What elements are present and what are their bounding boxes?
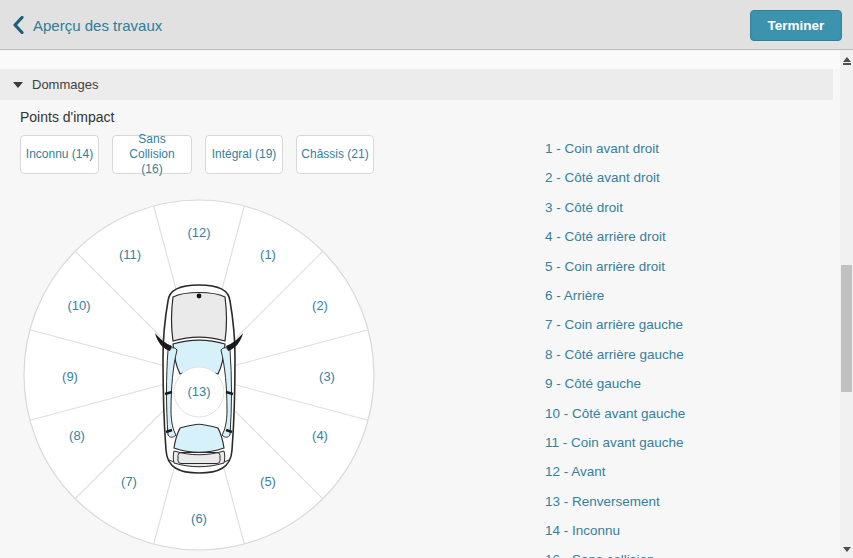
wheel-label-6[interactable]: (6) <box>191 511 207 526</box>
list-item-13[interactable]: 13 - Renversement <box>545 487 835 516</box>
wheel-label-12[interactable]: (12) <box>187 225 210 240</box>
wheel-label-10[interactable]: (10) <box>67 298 90 313</box>
list-item-3[interactable]: 3 - Côté droit <box>545 193 835 222</box>
impact-buttons-row: Inconnu (14) Sans Collision (16) Intégra… <box>20 135 374 174</box>
impact-button-sans-collision[interactable]: Sans Collision (16) <box>112 135 192 174</box>
list-item-9[interactable]: 9 - Côté gauche <box>545 369 835 398</box>
list-item-11[interactable]: 11 - Coin avant gauche <box>545 428 835 457</box>
wheel-label-1[interactable]: (1) <box>260 247 276 262</box>
wheel-label-5[interactable]: (5) <box>260 474 276 489</box>
list-item-6[interactable]: 6 - Arrière <box>545 281 835 310</box>
wheel-label-3[interactable]: (3) <box>319 369 335 384</box>
scroll-down-arrow-icon[interactable] <box>843 547 851 552</box>
list-item-16[interactable]: 16 - Sans collision <box>545 545 835 558</box>
car-hood-emblem <box>197 294 202 299</box>
points-impact-title: Points d'impact <box>20 109 115 125</box>
car-rear-window <box>174 424 224 452</box>
page-title: Aperçu des travaux <box>33 17 162 34</box>
impact-button-integral[interactable]: Intégral (19) <box>205 135 283 174</box>
wheel-label-4[interactable]: (4) <box>312 428 328 443</box>
wheel-label-11[interactable]: (11) <box>119 247 141 262</box>
caret-down-icon <box>13 82 23 88</box>
list-item-12[interactable]: 12 - Avant <box>545 457 835 486</box>
wheel-label-7[interactable]: (7) <box>121 474 137 489</box>
wheel-label-9[interactable]: (9) <box>62 369 78 384</box>
content-top-strip <box>0 51 840 69</box>
list-item-5[interactable]: 5 - Coin arrière droit <box>545 252 835 281</box>
top-bar: Aperçu des travaux Terminer <box>0 0 853 50</box>
scroll-up-arrow-icon[interactable] <box>842 57 851 65</box>
vertical-scrollbar[interactable] <box>840 50 853 558</box>
scrollbar-thumb[interactable] <box>841 265 852 392</box>
car-hood <box>172 293 227 342</box>
wheel-label-2[interactable]: (2) <box>312 298 328 313</box>
list-item-10[interactable]: 10 - Côté avant gauche <box>545 399 835 428</box>
list-item-14[interactable]: 14 - Inconnu <box>545 516 835 545</box>
list-item-8[interactable]: 8 - Côté arrière gauche <box>545 340 835 369</box>
impact-button-inconnu[interactable]: Inconnu (14) <box>20 135 99 174</box>
chevron-left-icon <box>13 16 24 34</box>
wheel-label-8[interactable]: (8) <box>69 428 85 443</box>
list-item-7[interactable]: 7 - Coin arrière gauche <box>545 310 835 339</box>
section-title: Dommages <box>32 77 98 92</box>
impact-button-chassis[interactable]: Châssis (21) <box>296 135 374 174</box>
impact-point-list: 1 - Coin avant droit 2 - Côté avant droi… <box>545 134 835 558</box>
wheel-label-13[interactable]: (13) <box>187 384 210 399</box>
impact-wheel-diagram[interactable]: (1) (2) (3) (4) (5) (6) (7) (8) (9) (10)… <box>23 199 375 551</box>
section-header-dommages[interactable]: Dommages <box>0 69 833 100</box>
back-link[interactable]: Aperçu des travaux <box>13 0 162 50</box>
list-item-4[interactable]: 4 - Côté arrière droit <box>545 222 835 251</box>
list-item-1[interactable]: 1 - Coin avant droit <box>545 134 835 163</box>
finish-button[interactable]: Terminer <box>750 10 842 41</box>
list-item-2[interactable]: 2 - Côté avant droit <box>545 163 835 192</box>
